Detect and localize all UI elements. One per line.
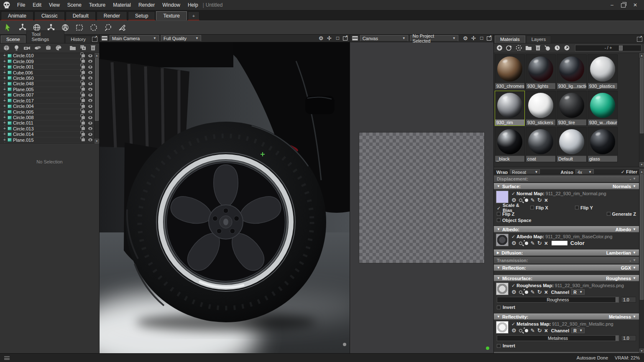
map-clear-icon[interactable]: × <box>544 240 548 247</box>
material-tile[interactable]: 930_tire <box>557 91 587 126</box>
fog-icon[interactable] <box>45 45 51 52</box>
scene-tree-row[interactable]: + Plane.005 <box>0 87 94 92</box>
expand-icon[interactable]: + <box>2 104 7 108</box>
reflectivity-mode-select[interactable]: Metalness▼ <box>609 314 636 319</box>
scene-tree-row[interactable]: + Circle.010 <box>0 53 94 59</box>
material-tile[interactable]: 930_lights <box>526 54 556 89</box>
surface-checkbox[interactable]: Flip Y <box>562 204 593 211</box>
workspace-tab[interactable]: Default <box>66 11 96 20</box>
reflection-section-header[interactable]: ▼Reflection: GGX▼ <box>494 265 639 271</box>
viewport-popout-icon[interactable] <box>343 36 348 41</box>
lock-icon[interactable] <box>82 82 85 85</box>
lock-icon[interactable] <box>82 88 85 91</box>
material-tile[interactable]: Default <box>557 127 587 162</box>
scene-tree-scrollbar[interactable]: ▲▼ <box>94 53 99 143</box>
map-picker-icon[interactable] <box>525 329 528 332</box>
albedo-section-header[interactable]: ▼Albedo: Albedo▼ <box>494 226 639 232</box>
displacement-section-header[interactable]: Displacement: -▼ <box>494 176 639 182</box>
lock-icon[interactable] <box>82 116 85 119</box>
normal-map-thumbnail[interactable] <box>496 191 509 203</box>
invert-checkbox[interactable] <box>497 344 501 348</box>
albedo-color-swatch[interactable] <box>551 240 568 246</box>
visibility-eye-icon[interactable] <box>88 110 92 113</box>
surface-checkbox[interactable]: Object Space <box>497 217 532 223</box>
render-view[interactable] <box>100 42 350 353</box>
scene-tree-row[interactable]: + Circle.001 <box>0 64 94 70</box>
visibility-eye-icon[interactable] <box>88 105 92 108</box>
restore-button[interactable] <box>621 3 626 8</box>
visibility-eye-icon[interactable] <box>88 122 92 125</box>
materials-scrollbar[interactable]: ▲▼ <box>639 53 644 167</box>
map-zoom-icon[interactable] <box>519 291 522 294</box>
minimize-button[interactable]: – <box>611 2 613 8</box>
scene-tree-row[interactable]: + Circle.004 <box>0 104 94 109</box>
material-tile[interactable]: 930_chromes <box>495 54 525 89</box>
canvas-view-select[interactable]: Canvas▼ <box>360 35 408 41</box>
albedo-mode-select[interactable]: Albedo▼ <box>616 227 636 232</box>
checkbox[interactable] <box>575 206 579 209</box>
expand-icon[interactable]: + <box>2 110 7 114</box>
render-object-icon[interactable] <box>23 45 31 52</box>
material-editor-scrollbar[interactable]: ▲▼ <box>639 169 644 353</box>
lock-icon[interactable] <box>82 99 85 102</box>
status-grip-icon[interactable] <box>4 356 10 360</box>
scene-tree-row[interactable]: + Circle.008 <box>0 115 94 120</box>
scene-tree-row[interactable]: + Circle.014 <box>0 132 94 137</box>
panel-tab[interactable]: Materials <box>495 36 525 43</box>
project-select[interactable]: No Project Selected▼ <box>410 35 458 41</box>
metalness-slider[interactable]: Metalness <box>497 335 619 341</box>
checkbox[interactable] <box>607 212 611 216</box>
quality-select[interactable]: Full Quality▼ <box>161 35 201 41</box>
expand-icon[interactable]: + <box>2 59 7 64</box>
checkbox[interactable] <box>497 212 501 216</box>
surface-checkbox[interactable]: Flip Z <box>497 211 567 217</box>
map-settings-gear-icon[interactable]: ⚙ <box>511 240 516 246</box>
map-reload-icon[interactable]: ↻ <box>537 327 542 334</box>
material-tile[interactable]: 930_plastics <box>588 54 618 89</box>
roughness-slider[interactable]: Roughness <box>497 297 619 303</box>
diffusion-section-header[interactable]: ▶Diffusion: Lambertian▼ <box>494 250 639 256</box>
reflection-mode-select[interactable]: GGX▼ <box>621 265 636 270</box>
map-settings-gear-icon[interactable]: ⚙ <box>511 289 516 295</box>
expand-icon[interactable]: + <box>2 127 7 131</box>
add-sphere-material-icon[interactable] <box>506 45 512 52</box>
menu-item[interactable]: Scene <box>64 2 85 8</box>
menu-item[interactable]: Texture <box>85 2 109 8</box>
map-zoom-icon[interactable] <box>519 329 522 332</box>
metalness-map-thumbnail[interactable] <box>496 321 509 334</box>
map-clear-icon[interactable]: × <box>544 327 548 334</box>
expand-icon[interactable]: + <box>2 82 7 86</box>
lock-icon[interactable] <box>82 71 85 74</box>
thumbnail-size-handle[interactable] <box>619 46 623 51</box>
popout-panel-icon[interactable] <box>637 37 642 42</box>
menu-item[interactable]: Help <box>184 2 202 8</box>
visibility-eye-icon[interactable] <box>88 71 92 74</box>
map-picker-icon[interactable] <box>525 291 528 294</box>
map-edit-pencil-icon[interactable]: ✎ <box>531 197 535 203</box>
lock-icon[interactable] <box>82 133 85 136</box>
dissolve-material-icon[interactable] <box>516 45 522 52</box>
add-workspace-tab-button[interactable]: + <box>188 11 199 20</box>
lock-icon[interactable] <box>82 60 85 63</box>
visibility-eye-icon[interactable] <box>88 99 92 102</box>
visibility-eye-icon[interactable] <box>88 54 92 57</box>
history-icon[interactable] <box>554 45 560 52</box>
invert-checkbox[interactable] <box>497 306 501 309</box>
scene-tree-row[interactable]: + Circle.007 <box>0 92 94 98</box>
duplicate-icon[interactable] <box>80 45 87 51</box>
workspace-tab[interactable]: Render <box>97 11 127 20</box>
canvas-settings-gear-icon[interactable]: ⚙ <box>463 36 469 41</box>
menu-item[interactable]: View <box>45 2 64 8</box>
viewport-settings-gear-icon[interactable]: ⚙ <box>318 36 324 41</box>
lock-icon[interactable] <box>82 66 85 69</box>
surface-mode-select[interactable]: Normals▼ <box>613 184 636 189</box>
expand-icon[interactable]: + <box>2 138 7 142</box>
menu-item[interactable]: File <box>13 2 29 8</box>
sky-icon[interactable] <box>34 45 41 52</box>
viewport-3d[interactable]: Main Camera▼ Full Quality▼ ⚙ ✢ □ <box>100 35 350 353</box>
albedo-map-thumbnail[interactable] <box>496 234 509 246</box>
visibility-eye-icon[interactable] <box>88 133 92 136</box>
canvas-maximize-icon[interactable]: □ <box>479 36 485 41</box>
expand-icon[interactable]: + <box>2 54 7 58</box>
map-reload-icon[interactable]: ↻ <box>537 289 542 295</box>
